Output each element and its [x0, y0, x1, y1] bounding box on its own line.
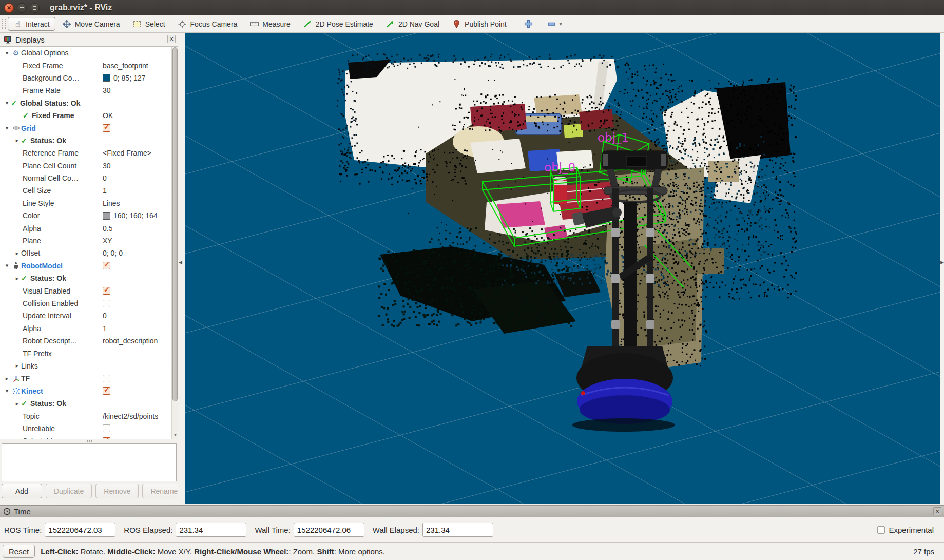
checkbox-checked[interactable]: [103, 124, 110, 132]
tree-row-grid[interactable]: ▾Grid: [0, 122, 171, 134]
checkbox-checked[interactable]: [103, 387, 110, 395]
experimental-checkbox[interactable]: [877, 526, 885, 534]
add-button[interactable]: Add: [2, 484, 42, 498]
color-swatch[interactable]: [103, 74, 110, 82]
tool-2d-nav-goal[interactable]: 2D Nav Goal: [380, 17, 445, 31]
tree-scrollbar[interactable]: ▼: [171, 47, 178, 439]
expander-open-icon[interactable]: ▾: [3, 125, 11, 131]
remove-button[interactable]: Remove: [95, 484, 139, 498]
tree-row-value[interactable]: OK: [103, 109, 113, 122]
tree-row-value[interactable]: [103, 372, 110, 384]
tree-row-fixed-frame[interactable]: Fixed Framebase_footprint: [0, 59, 171, 71]
tool-select[interactable]: Select: [127, 17, 171, 31]
tree-row-value[interactable]: [103, 260, 110, 272]
tree-row-value[interactable]: Lines: [103, 197, 120, 209]
window-close-button[interactable]: ✕: [4, 3, 14, 13]
tree-row-value[interactable]: base_footprint: [103, 59, 148, 71]
tree-row-value[interactable]: [103, 422, 110, 435]
tree-row-status-ok[interactable]: ▸✓Status: Ok: [0, 397, 171, 410]
displays-panel-header[interactable]: Displays ✕: [0, 33, 178, 46]
tree-row-topic[interactable]: Topic/kinect2/sd/points: [0, 410, 171, 422]
scrollbar-down-arrow-icon[interactable]: ▼: [172, 432, 178, 439]
tree-row-value[interactable]: [103, 284, 110, 297]
tree-row-normal-cell-co[interactable]: Normal Cell Co…0: [0, 172, 171, 184]
tree-row-value[interactable]: <Fixed Frame>: [103, 147, 151, 159]
checkbox-checked[interactable]: [103, 287, 110, 295]
tree-row-offset[interactable]: ▸Offset0; 0; 0: [0, 247, 171, 259]
tree-row-value[interactable]: 0; 85; 127: [103, 72, 145, 84]
tool-2d-pose-estimate[interactable]: 2D Pose Estimate: [298, 17, 379, 31]
tree-row-value[interactable]: 1: [103, 322, 107, 335]
tree-row-value[interactable]: 0: [103, 172, 107, 184]
expander-closed-icon[interactable]: ▸: [13, 275, 21, 282]
expander-closed-icon[interactable]: ▸: [13, 250, 21, 257]
checkbox-checked[interactable]: [103, 262, 110, 269]
tree-row-reference-frame[interactable]: Reference Frame<Fixed Frame>: [0, 147, 171, 159]
tree-scrollbar-thumb[interactable]: [172, 47, 178, 401]
left-splitter-gutter[interactable]: ◀: [178, 33, 185, 505]
wall-elapsed-field[interactable]: [422, 523, 493, 537]
tree-row-value[interactable]: 0; 0; 0: [103, 247, 123, 259]
tree-column-divider[interactable]: [101, 47, 101, 439]
expander-closed-icon[interactable]: ▸: [13, 400, 21, 407]
tree-row-plane[interactable]: PlaneXY: [0, 235, 171, 247]
wall-time-field[interactable]: [294, 523, 364, 537]
tree-row-status-ok[interactable]: ▸✓Status: Ok: [0, 134, 171, 147]
tool-move-camera[interactable]: Move Camera: [57, 17, 126, 31]
expander-closed-icon[interactable]: ▸: [3, 375, 11, 382]
tree-row-fixed-frame[interactable]: ✓Fixed FrameOK: [0, 109, 171, 122]
collapse-left-icon[interactable]: ◀: [179, 260, 182, 265]
ros-time-field[interactable]: [45, 523, 115, 537]
expander-closed-icon[interactable]: ▸: [13, 362, 21, 369]
tree-row-alpha[interactable]: Alpha1: [0, 322, 171, 335]
tree-row-visual-enabled[interactable]: Visual Enabled: [0, 284, 171, 297]
tree-row-value[interactable]: [103, 297, 110, 310]
tree-row-status-ok[interactable]: ▸✓Status: Ok: [0, 272, 171, 284]
expander-open-icon[interactable]: ▾: [3, 50, 11, 56]
color-swatch[interactable]: [103, 212, 110, 220]
tree-row-value[interactable]: XY: [103, 235, 112, 247]
checkbox-unchecked[interactable]: [103, 300, 110, 307]
right-splitter-gutter[interactable]: ▶: [940, 33, 944, 505]
tool-publish-point[interactable]: Publish Point: [447, 17, 512, 31]
expander-closed-icon[interactable]: ▸: [13, 137, 21, 144]
tree-row-value[interactable]: 0: [103, 310, 107, 322]
reset-button[interactable]: Reset: [3, 545, 35, 558]
checkbox-unchecked[interactable]: [103, 424, 110, 432]
3d-viewport[interactable]: obj_0 obj_1: [185, 33, 940, 504]
tree-row-global-status-ok[interactable]: ▾✓Global Status: Ok: [0, 97, 171, 109]
tree-row-color[interactable]: Color160; 160; 164: [0, 209, 171, 222]
tree-row-alpha[interactable]: Alpha0.5: [0, 222, 171, 234]
tree-row-global-options[interactable]: ▾⚙Global Options: [0, 47, 171, 59]
tree-row-value[interactable]: 160; 160; 164: [103, 209, 158, 222]
tool-focus-camera[interactable]: Focus Camera: [172, 17, 243, 31]
tree-row-plane-cell-count[interactable]: Plane Cell Count30: [0, 160, 171, 172]
duplicate-button[interactable]: Duplicate: [46, 484, 92, 498]
tree-row-value[interactable]: 30: [103, 84, 111, 96]
tree-row-value[interactable]: robot_description: [103, 335, 158, 347]
tree-row-value[interactable]: [103, 122, 110, 134]
remove-tool-button[interactable]: ▼: [544, 17, 566, 31]
window-minimize-button[interactable]: [17, 3, 27, 13]
tree-row-robot-descript[interactable]: Robot Descript…robot_description: [0, 335, 171, 347]
tree-row-tf-prefix[interactable]: TF Prefix: [0, 347, 171, 359]
time-panel-close-icon[interactable]: ✕: [933, 507, 941, 515]
tree-row-line-style[interactable]: Line StyleLines: [0, 197, 171, 209]
ros-elapsed-field[interactable]: [176, 523, 246, 537]
tool-measure[interactable]: Measure: [244, 17, 296, 31]
tree-row-selectable[interactable]: Selectable: [0, 435, 171, 439]
tree-row-links[interactable]: ▸Links: [0, 360, 171, 372]
tree-row-unreliable[interactable]: Unreliable: [0, 422, 171, 435]
tree-row-tf[interactable]: ▸TF: [0, 372, 171, 384]
expander-open-icon[interactable]: ▾: [3, 100, 11, 106]
tree-row-value[interactable]: 0.5: [103, 222, 112, 234]
tree-row-value[interactable]: [103, 385, 110, 397]
expander-open-icon[interactable]: ▾: [3, 262, 11, 269]
window-maximize-button[interactable]: [30, 3, 40, 13]
expander-open-icon[interactable]: ▾: [3, 388, 11, 394]
tree-row-background-co[interactable]: Background Co…0; 85; 127: [0, 72, 171, 84]
tree-row-value[interactable]: /kinect2/sd/points: [103, 410, 158, 422]
tree-row-robotmodel[interactable]: ▾RobotModel: [0, 260, 171, 272]
tree-row-frame-rate[interactable]: Frame Rate30: [0, 84, 171, 96]
add-tool-button[interactable]: [521, 17, 536, 31]
